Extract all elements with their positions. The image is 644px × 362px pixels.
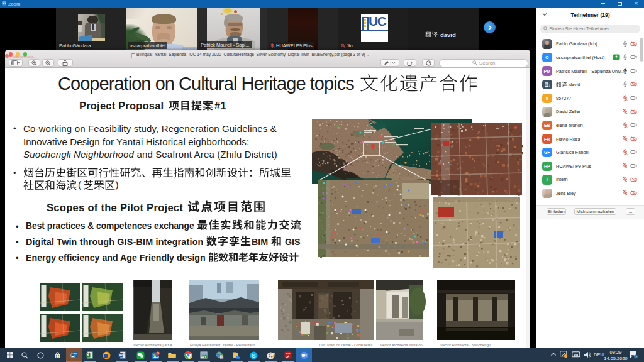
svg-text:X: X (87, 353, 90, 357)
svg-text:W: W (119, 353, 123, 357)
svg-text:3: 3 (157, 351, 158, 355)
svg-text:S: S (252, 352, 255, 358)
svg-text:DEU: DEU (574, 354, 577, 357)
svg-text:2: 2 (635, 355, 637, 359)
svg-text:PDF: PDF (286, 353, 291, 355)
